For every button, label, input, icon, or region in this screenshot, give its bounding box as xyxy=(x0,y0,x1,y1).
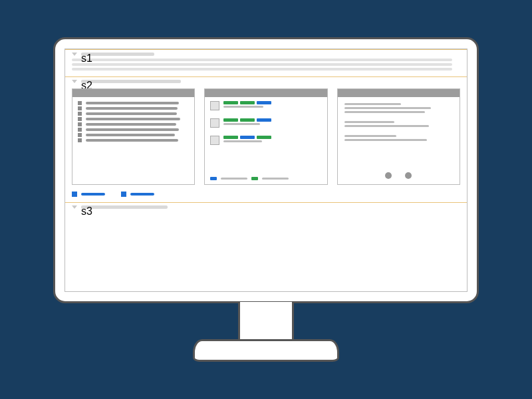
status-badge xyxy=(240,101,255,104)
placeholder-line xyxy=(344,139,427,141)
placeholder-line xyxy=(86,107,178,110)
section-title: s2 xyxy=(81,80,181,83)
status-badge xyxy=(240,118,255,122)
list-card[interactable] xyxy=(72,88,195,185)
legend-label xyxy=(221,178,247,180)
status-card[interactable] xyxy=(204,88,327,185)
card-header xyxy=(72,89,194,97)
placeholder-line xyxy=(86,102,179,104)
card-header xyxy=(338,89,460,97)
section-3: s3 xyxy=(65,203,467,215)
tag-label[interactable] xyxy=(81,193,105,196)
placeholder-line xyxy=(86,112,177,115)
section-1: s1 xyxy=(65,50,467,76)
monitor-neck xyxy=(238,302,294,340)
section-2: s2 xyxy=(65,77,467,202)
thumbnail-icon xyxy=(210,136,219,145)
placeholder-line xyxy=(86,118,180,120)
list-item[interactable] xyxy=(78,101,189,105)
status-badge xyxy=(257,101,271,104)
tag-label[interactable] xyxy=(130,193,154,196)
bullet-icon xyxy=(78,128,82,132)
status-badge xyxy=(240,136,255,139)
placeholder-line xyxy=(223,123,260,125)
chevron-down-icon[interactable] xyxy=(72,53,77,56)
placeholder-line xyxy=(344,107,432,109)
detail-card[interactable] xyxy=(337,88,460,185)
placeholder-line xyxy=(344,103,401,105)
placeholder-line xyxy=(86,139,178,142)
placeholder-line xyxy=(86,134,175,136)
section-title: s1 xyxy=(81,53,154,56)
monitor-base xyxy=(193,339,339,362)
legend-swatch xyxy=(210,177,217,180)
list-item[interactable] xyxy=(78,133,189,137)
pager-dot[interactable] xyxy=(405,172,412,179)
tag-row xyxy=(72,189,460,198)
pager xyxy=(338,166,460,184)
placeholder-line xyxy=(86,128,179,131)
bullet-icon xyxy=(78,112,82,116)
status-item[interactable] xyxy=(210,136,321,145)
placeholder-line xyxy=(223,140,262,142)
placeholder-line xyxy=(72,63,452,66)
status-badge xyxy=(257,118,271,122)
placeholder-line xyxy=(344,135,396,137)
screen: s1 s2 xyxy=(53,37,479,303)
status-item[interactable] xyxy=(210,118,321,128)
status-item[interactable] xyxy=(210,101,321,110)
placeholder-line xyxy=(344,125,429,127)
status-badge xyxy=(257,136,271,139)
bullet-icon xyxy=(78,106,82,110)
status-badge xyxy=(223,101,238,104)
placeholder-line xyxy=(223,106,263,108)
card-header xyxy=(205,89,327,97)
list-item[interactable] xyxy=(78,106,189,110)
card-row xyxy=(72,86,460,189)
list-item[interactable] xyxy=(78,112,189,116)
status-badge xyxy=(223,136,238,139)
pager-dot[interactable] xyxy=(385,172,392,179)
legend-swatch xyxy=(251,177,258,180)
status-badge xyxy=(223,118,238,122)
list-item[interactable] xyxy=(78,117,189,121)
tag-swatch[interactable] xyxy=(121,192,126,197)
section-title: s3 xyxy=(81,205,168,209)
legend-label xyxy=(262,178,289,180)
monitor-frame: s1 s2 xyxy=(53,37,479,362)
thumbnail-icon xyxy=(210,101,219,110)
bullet-icon xyxy=(78,117,82,121)
list-item[interactable] xyxy=(78,138,189,142)
bullet-icon xyxy=(78,133,82,137)
placeholder-line xyxy=(72,68,452,70)
list-item[interactable] xyxy=(78,122,189,126)
bullet-icon xyxy=(78,138,82,142)
chevron-down-icon[interactable] xyxy=(72,205,77,209)
placeholder-line xyxy=(86,123,176,126)
thumbnail-icon xyxy=(210,118,219,128)
card-legend xyxy=(205,174,327,184)
bullet-icon xyxy=(78,101,82,105)
placeholder-line xyxy=(72,59,452,61)
bullet-icon xyxy=(78,122,82,126)
list-item[interactable] xyxy=(78,128,189,132)
placeholder-line xyxy=(344,121,394,123)
chevron-down-icon[interactable] xyxy=(72,80,77,83)
app-window: s1 s2 xyxy=(65,49,467,292)
tag-swatch[interactable] xyxy=(72,192,77,197)
placeholder-line xyxy=(344,111,425,113)
